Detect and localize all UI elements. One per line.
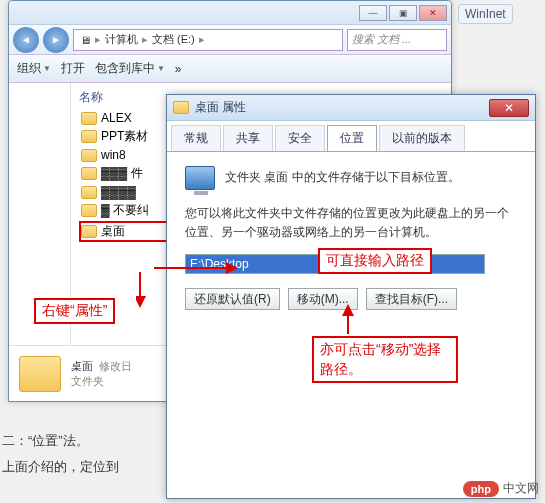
detail-name: 桌面 xyxy=(71,360,93,372)
toolbar-include[interactable]: 包含到库中▼ xyxy=(95,60,165,77)
location-line1: 文件夹 桌面 中的文件存储于以下目标位置。 xyxy=(225,168,460,187)
close-button[interactable]: ✕ xyxy=(419,5,447,21)
tab-general[interactable]: 常规 xyxy=(171,125,221,151)
explorer-navbar: ◄ ► 🖥 ▸ 计算机 ▸ 文档 (E:) ▸ 搜索 文档 ... xyxy=(9,25,451,55)
location-line2: 您可以将此文件夹中文件存储的位置更改为此硬盘上的另一个位置、另一个驱动器或网络上… xyxy=(185,204,517,242)
watermark-text: 中文网 xyxy=(503,480,539,497)
toolbar-open[interactable]: 打开 xyxy=(61,60,85,77)
detail-type: 文件夹 xyxy=(71,374,132,389)
folder-icon xyxy=(173,101,189,114)
minimize-button[interactable]: — xyxy=(359,5,387,21)
annotation-right-click-properties: 右键“属性” xyxy=(34,298,115,324)
folder-icon xyxy=(81,167,97,180)
properties-titlebar: 桌面 属性 ✕ xyxy=(167,95,535,121)
large-folder-icon xyxy=(19,356,61,392)
dialog-title: 桌面 属性 xyxy=(195,99,246,116)
watermark-badge: php xyxy=(463,481,499,497)
explorer-toolbar: 组织▼ 打开 包含到库中▼ » xyxy=(9,55,451,83)
folder-icon xyxy=(81,112,97,125)
crumb-computer[interactable]: 计算机 xyxy=(105,32,138,47)
crumb-drive[interactable]: 文档 (E:) xyxy=(152,32,195,47)
computer-icon: 🖥 xyxy=(80,34,91,46)
article-line1: 二：“位置”法。 xyxy=(2,428,119,454)
nav-back-icon[interactable]: ◄ xyxy=(13,27,39,53)
properties-dialog: 桌面 属性 ✕ 常规 共享 安全 位置 以前的版本 文件夹 桌面 中的文件存储于… xyxy=(166,94,536,499)
annotation-click-move: 亦可点击“移动”选择路径。 xyxy=(312,336,458,383)
chevron-down-icon: ▼ xyxy=(43,64,51,73)
maximize-button[interactable]: ▣ xyxy=(389,5,417,21)
folder-icon xyxy=(81,130,97,143)
dialog-close-button[interactable]: ✕ xyxy=(489,99,529,117)
article-line2: 上面介绍的，定位到 xyxy=(2,454,119,480)
folder-icon xyxy=(81,204,97,217)
properties-tabs: 常规 共享 安全 位置 以前的版本 xyxy=(167,121,535,152)
chevron-down-icon: ▼ xyxy=(157,64,165,73)
folder-icon xyxy=(81,149,97,162)
nav-forward-icon[interactable]: ► xyxy=(43,27,69,53)
detail-date-label: 修改日 xyxy=(99,360,132,372)
watermark: php 中文网 xyxy=(463,480,539,497)
folder-icon xyxy=(81,225,97,238)
button-row: 还原默认值(R) 移动(M)... 查找目标(F)... xyxy=(185,288,517,310)
move-button[interactable]: 移动(M)... xyxy=(288,288,358,310)
monitor-icon xyxy=(185,166,215,190)
tab-sharing[interactable]: 共享 xyxy=(223,125,273,151)
properties-body: 文件夹 桌面 中的文件存储于以下目标位置。 您可以将此文件夹中文件存储的位置更改… xyxy=(167,152,535,324)
tab-previous[interactable]: 以前的版本 xyxy=(379,125,465,151)
find-target-button[interactable]: 查找目标(F)... xyxy=(366,288,457,310)
address-bar[interactable]: 🖥 ▸ 计算机 ▸ 文档 (E:) ▸ xyxy=(73,29,343,51)
tab-security[interactable]: 安全 xyxy=(275,125,325,151)
restore-default-button[interactable]: 还原默认值(R) xyxy=(185,288,280,310)
tab-location[interactable]: 位置 xyxy=(327,125,377,152)
folder-icon xyxy=(81,186,97,199)
toolbar-more[interactable]: » xyxy=(175,62,182,76)
explorer-titlebar: — ▣ ✕ xyxy=(9,1,451,25)
search-input[interactable]: 搜索 文档 ... xyxy=(347,29,447,51)
annotation-type-path: 可直接输入路径 xyxy=(318,248,432,274)
toolbar-organize[interactable]: 组织▼ xyxy=(17,60,51,77)
article-text: 二：“位置”法。 上面介绍的，定位到 xyxy=(2,428,119,480)
background-tab: WinInet xyxy=(458,4,513,24)
